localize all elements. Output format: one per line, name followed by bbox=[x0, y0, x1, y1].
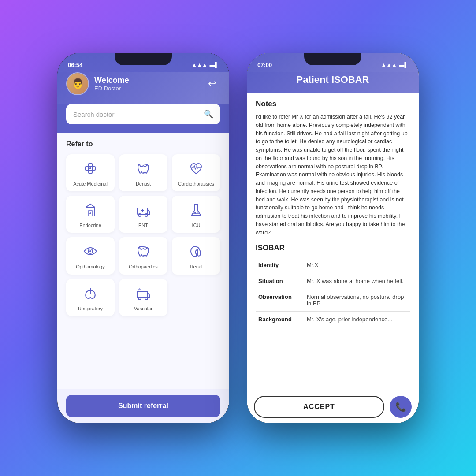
lab-icon bbox=[188, 202, 204, 220]
respiratory-label: Respiratory bbox=[78, 306, 103, 312]
svg-point-6 bbox=[138, 214, 141, 216]
svg-point-9 bbox=[194, 212, 196, 214]
left-phone: 06:54 ▲▲▲ ▬▌ 👨 Welcome ED Doctor ↩ bbox=[57, 53, 229, 423]
right-screen: 07:00 ▲▲▲ ▬▌ Patient ISOBAR Notes I'd li… bbox=[247, 53, 419, 423]
search-icon: 🔍 bbox=[204, 109, 213, 119]
category-vascular[interactable]: Vascular bbox=[119, 279, 167, 316]
dentist-label: Dentist bbox=[136, 181, 151, 187]
right-time: 07:00 bbox=[257, 62, 272, 68]
hospital-icon bbox=[82, 202, 98, 220]
cardio-icon bbox=[188, 160, 204, 178]
left-status-icons: ▲▲▲ ▬▌ bbox=[192, 62, 219, 68]
refer-to-label: Refer to bbox=[66, 140, 220, 148]
isobar-row-situation: Situation Mr. X was alone at home when h… bbox=[256, 273, 410, 289]
svg-point-10 bbox=[197, 212, 198, 213]
right-battery-icon: ▬▌ bbox=[399, 62, 408, 68]
welcome-title: Welcome bbox=[94, 76, 204, 85]
svg-rect-13 bbox=[137, 291, 148, 298]
category-respiratory[interactable]: Respiratory bbox=[66, 279, 115, 316]
eye-icon bbox=[82, 243, 98, 261]
renal-icon bbox=[188, 243, 204, 261]
category-opthamology[interactable]: Opthamology bbox=[66, 237, 115, 274]
right-signal-icon: ▲▲▲ bbox=[381, 62, 397, 68]
notes-text: I'd like to refer Mr X for an admission … bbox=[256, 113, 410, 237]
category-endocrine[interactable]: Endocrine bbox=[66, 196, 115, 233]
category-icu[interactable]: ICU bbox=[172, 196, 220, 233]
bottom-bar: ACCEPT 📞 bbox=[247, 390, 419, 423]
identify-key: Identify bbox=[256, 257, 304, 273]
right-phone: 07:00 ▲▲▲ ▬▌ Patient ISOBAR Notes I'd li… bbox=[247, 53, 419, 423]
isobar-title: Patient ISOBAR bbox=[256, 72, 410, 86]
vascular-icon bbox=[135, 285, 151, 303]
search-box[interactable]: Search doctor 🔍 bbox=[66, 104, 220, 124]
left-content: Refer to Acute Medicinal bbox=[57, 133, 229, 389]
notes-section-title: Notes bbox=[256, 100, 410, 108]
svg-point-14 bbox=[138, 297, 141, 300]
left-screen: 06:54 ▲▲▲ ▬▌ 👨 Welcome ED Doctor ↩ bbox=[57, 53, 229, 423]
bandage-icon bbox=[82, 160, 98, 178]
acute-medicinal-label: Acute Medicinal bbox=[73, 181, 108, 187]
dentist-icon bbox=[135, 160, 151, 178]
background-key: Background bbox=[256, 312, 304, 327]
accept-button[interactable]: ACCEPT bbox=[254, 396, 384, 418]
search-container: Search doctor 🔍 bbox=[57, 104, 229, 133]
observation-key: Observation bbox=[256, 289, 304, 312]
avatar-image: 👨 bbox=[67, 73, 88, 94]
submit-referral-button[interactable]: Submit referral bbox=[66, 395, 220, 417]
category-dentist[interactable]: Dentist bbox=[119, 154, 167, 191]
icu-label: ICU bbox=[192, 223, 201, 228]
reply-icon[interactable]: ↩ bbox=[204, 75, 220, 92]
vascular-label: Vascular bbox=[134, 306, 152, 312]
isobar-row-background: Background Mr. X's age, prior independen… bbox=[256, 312, 410, 327]
identify-value: Mr.X bbox=[304, 257, 410, 273]
category-renal[interactable]: Renal bbox=[172, 237, 220, 274]
phone-call-button[interactable]: 📞 bbox=[390, 396, 412, 418]
svg-point-2 bbox=[89, 167, 91, 169]
opthamology-label: Opthamology bbox=[76, 264, 104, 270]
search-placeholder: Search doctor bbox=[73, 111, 200, 118]
endocrine-label: Endocrine bbox=[79, 223, 101, 228]
cardio-label: Cardiothorassics bbox=[178, 181, 214, 187]
svg-point-12 bbox=[89, 250, 91, 252]
category-grid: Acute Medicinal Dentist bbox=[66, 154, 220, 316]
svg-point-7 bbox=[145, 214, 148, 216]
ent-label: ENT bbox=[138, 223, 148, 228]
left-notch bbox=[115, 53, 172, 65]
orthopaedics-label: Orthopaedics bbox=[129, 264, 157, 270]
welcome-subtitle: ED Doctor bbox=[94, 85, 204, 92]
category-acute-medicinal[interactable]: Acute Medicinal bbox=[66, 154, 115, 191]
battery-icon: ▬▌ bbox=[209, 62, 219, 68]
svg-rect-3 bbox=[86, 207, 95, 216]
welcome-text: Welcome ED Doctor bbox=[94, 76, 204, 92]
isobar-section-title: ISOBAR bbox=[256, 244, 410, 253]
right-notch bbox=[304, 53, 361, 65]
renal-label: Renal bbox=[190, 264, 203, 270]
avatar: 👨 bbox=[66, 72, 89, 95]
isobar-row-observation: Observation Normal observations, no post… bbox=[256, 289, 410, 312]
observation-value: Normal observations, no postural drop in… bbox=[304, 289, 410, 312]
signal-icon: ▲▲▲ bbox=[192, 62, 208, 68]
ortho-icon bbox=[135, 243, 151, 261]
category-ent[interactable]: ENT bbox=[119, 196, 167, 233]
category-orthopaedics[interactable]: Orthopaedics bbox=[119, 237, 167, 274]
right-content: Notes I'd like to refer Mr X for an admi… bbox=[247, 93, 419, 390]
right-header: Patient ISOBAR bbox=[247, 72, 419, 93]
ambulance-icon bbox=[135, 202, 151, 220]
category-cardiothorassics[interactable]: Cardiothorassics bbox=[172, 154, 220, 191]
background-value: Mr. X's age, prior independence... bbox=[304, 312, 410, 327]
situation-key: Situation bbox=[256, 273, 304, 289]
left-header: 👨 Welcome ED Doctor ↩ bbox=[57, 72, 229, 104]
isobar-row-identify: Identify Mr.X bbox=[256, 257, 410, 273]
situation-value: Mr. X was alone at home when he fell. bbox=[304, 273, 410, 289]
svg-point-15 bbox=[145, 297, 148, 300]
right-status-icons: ▲▲▲ ▬▌ bbox=[381, 62, 408, 68]
isobar-table: Identify Mr.X Situation Mr. X was alone … bbox=[256, 257, 410, 327]
phone-icon: 📞 bbox=[395, 402, 406, 412]
lungs-icon bbox=[82, 285, 98, 303]
left-time: 06:54 bbox=[68, 62, 82, 68]
